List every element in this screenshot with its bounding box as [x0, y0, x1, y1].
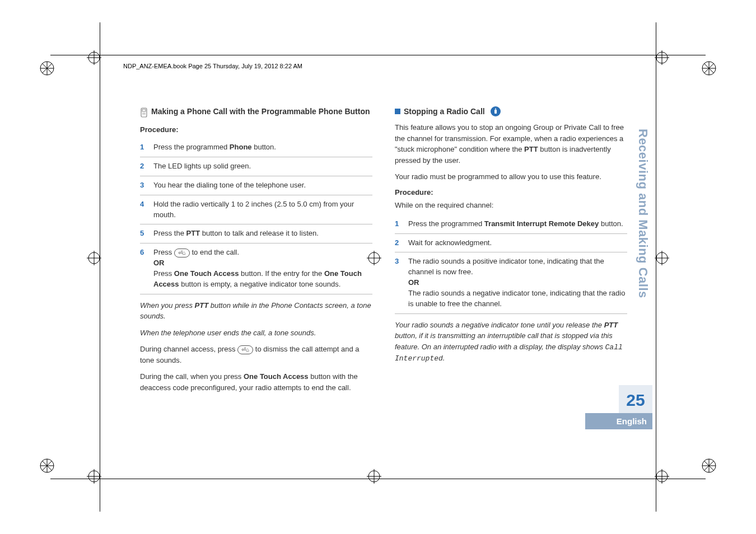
step-item: 3The radio sounds a positive indicator t… — [395, 252, 627, 313]
crop-line — [50, 55, 706, 55]
registration-mark — [87, 469, 101, 484]
step-text: Press the PTT button to talk and release… — [153, 228, 319, 239]
step-text: Wait for acknowledgment. — [408, 238, 492, 249]
right-column: Stopping a Radio Call This feature allow… — [395, 106, 627, 399]
svg-rect-45 — [142, 109, 146, 111]
step-text: Hold the radio vertically 1 to 2 inches … — [153, 199, 372, 221]
step-number: 4 — [140, 199, 147, 221]
step-number: 3 — [140, 180, 147, 191]
radio-icon — [491, 106, 501, 116]
sidebar-title: Receiving and Making Calls — [636, 129, 650, 298]
step-number: 1 — [395, 219, 402, 229]
right-heading: Stopping a Radio Call — [395, 106, 627, 116]
right-heading-text: Stopping a Radio Call — [404, 106, 485, 116]
crop-line — [100, 22, 100, 512]
procedure-label: Procedure: — [140, 125, 372, 134]
step-item: 3You hear the dialing tone of the teleph… — [140, 176, 372, 195]
step-text: The LED lights up solid green. — [153, 161, 251, 172]
svg-point-48 — [144, 113, 145, 113]
page-number: 25 — [619, 391, 652, 410]
step-item: 1Press the programmed Transmit Interrupt… — [395, 215, 627, 234]
step-text: The radio sounds a positive indicator to… — [408, 256, 627, 309]
step-item: 4Hold the radio vertically 1 to 2 inches… — [140, 195, 372, 225]
phone-icon — [140, 107, 148, 120]
registration-mark — [87, 50, 101, 65]
right-intro-2: Your radio must be programmed to allow y… — [395, 171, 627, 182]
step-item: 2Wait for acknowledgment. — [395, 234, 627, 253]
svg-point-47 — [143, 113, 144, 113]
right-intro: This feature allows you to stop an ongoi… — [395, 122, 627, 166]
crop-line — [656, 22, 656, 512]
sidebar: Receiving and Making Calls — [626, 112, 652, 425]
svg-point-46 — [142, 113, 143, 113]
left-steps: 1Press the programmed Phone button.2The … — [140, 138, 372, 294]
step-item: 2The LED lights up solid green. — [140, 157, 372, 176]
svg-point-49 — [142, 114, 143, 114]
page-number-box: 25 — [619, 385, 652, 413]
svg-point-51 — [144, 114, 145, 114]
step-number: 2 — [140, 161, 147, 172]
corner-mark — [39, 60, 55, 76]
print-header: NDP_ANZ-EMEA.book Page 25 Thursday, July… — [123, 63, 302, 69]
step-number: 1 — [140, 142, 147, 153]
left-note-2: When the telephone user ends the call, a… — [140, 327, 372, 339]
registration-mark — [87, 251, 101, 265]
step-item: 5Press the PTT button to talk and releas… — [140, 224, 372, 243]
registration-mark — [655, 469, 669, 484]
page-content: Making a Phone Call with the Programmabl… — [140, 106, 627, 399]
step-number: 3 — [395, 256, 402, 309]
step-text: Press ⏎⌂ to end the call.ORPress One Tou… — [153, 247, 372, 289]
left-heading-text: Making a Phone Call with the Programmabl… — [151, 106, 370, 116]
left-para-1: During channel access, press ⏎⌂ to dismi… — [140, 344, 372, 366]
svg-rect-52 — [494, 110, 497, 114]
right-steps: 1Press the programmed Transmit Interrupt… — [395, 215, 627, 314]
corner-mark — [701, 458, 717, 474]
step-item: 6Press ⏎⌂ to end the call.ORPress One To… — [140, 243, 372, 294]
step-text: You hear the dialing tone of the telepho… — [153, 180, 306, 191]
registration-mark — [367, 469, 381, 484]
procedure-sub: While on the required channel: — [395, 201, 627, 209]
left-column: Making a Phone Call with the Programmabl… — [140, 106, 372, 399]
corner-mark — [701, 60, 717, 76]
step-number: 2 — [395, 238, 402, 249]
right-closing: Your radio sounds a negative indicator t… — [395, 320, 627, 364]
language-box: English — [585, 413, 652, 429]
left-heading: Making a Phone Call with the Programmabl… — [140, 106, 372, 120]
step-number: 6 — [140, 247, 147, 289]
left-para-2: During the call, when you press One Touc… — [140, 371, 372, 393]
left-note-1: When you press PTT button while in the P… — [140, 300, 372, 322]
svg-point-50 — [143, 114, 144, 114]
step-item: 1Press the programmed Phone button. — [140, 138, 372, 157]
language-label: English — [591, 416, 647, 426]
step-number: 5 — [140, 228, 147, 239]
procedure-label: Procedure: — [395, 188, 627, 196]
step-text: Press the programmed Transmit Interrupt … — [408, 219, 623, 229]
registration-mark — [655, 251, 669, 265]
corner-mark — [39, 458, 55, 474]
registration-mark — [655, 50, 669, 65]
step-text: Press the programmed Phone button. — [153, 142, 276, 153]
